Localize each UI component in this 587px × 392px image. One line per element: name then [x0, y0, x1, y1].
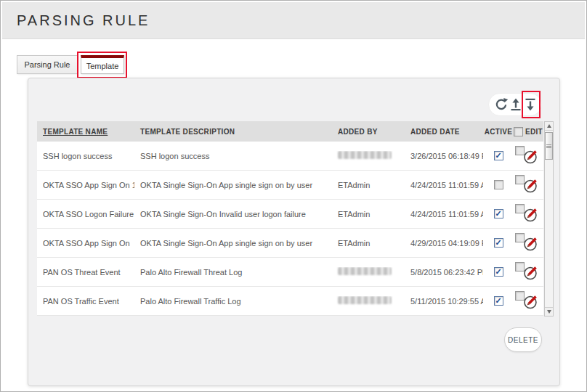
- page-header: PARSING RULE: [2, 2, 585, 39]
- tab-template-label: Template: [86, 62, 119, 70]
- active-cell: [483, 267, 514, 277]
- template-description-cell: OKTA Single Sign-On App single sign on b…: [134, 181, 332, 189]
- tab-template[interactable]: Template: [81, 55, 124, 74]
- template-description-cell: SSH logon success: [134, 152, 332, 160]
- column-header-template-description[interactable]: TEMPLATE DESCRIPTION: [134, 128, 332, 136]
- column-header-added-by[interactable]: ADDED BY: [332, 128, 405, 136]
- edit-cell: [514, 200, 543, 228]
- added-by-cell: ETAdmin: [332, 239, 405, 248]
- added-by-redacted-blur: [338, 151, 392, 159]
- active-checkbox[interactable]: [494, 238, 503, 248]
- added-by-cell: ETAdmin: [332, 181, 405, 189]
- template-name-cell: SSH logon success: [37, 152, 134, 160]
- edit-pencil-icon[interactable]: [523, 207, 538, 222]
- table-row: PAN OS Traffic Event Palo Alto Firewall …: [37, 287, 543, 316]
- scroll-up-arrow-icon[interactable]: [545, 122, 553, 131]
- added-by-value: ETAdmin: [338, 210, 370, 219]
- edit-pencil-icon[interactable]: [523, 149, 538, 164]
- active-checkbox[interactable]: [494, 296, 503, 306]
- table-row: OKTA SSO App Sign On 1 OKTA Single Sign-…: [37, 171, 543, 200]
- column-header-edit: EDIT: [514, 127, 543, 136]
- table-row: OKTA SSO App Sign On OKTA Single Sign-On…: [37, 229, 543, 258]
- added-by-redacted-blur: [338, 296, 392, 304]
- active-checkbox[interactable]: [494, 151, 503, 160]
- active-cell: [483, 296, 514, 306]
- upload-icon[interactable]: [509, 97, 523, 112]
- column-header-template-name[interactable]: TEMPLATE NAME: [37, 128, 134, 136]
- edit-pencil-icon[interactable]: [523, 236, 538, 251]
- added-date-cell: 5/8/2015 06:23:42 PM: [405, 268, 483, 277]
- active-checkbox[interactable]: [494, 267, 503, 277]
- template-panel: TEMPLATE NAME TEMPLATE DESCRIPTION ADDED…: [28, 78, 560, 386]
- template-name-cell: OKTA SSO App Sign On: [37, 239, 134, 248]
- refresh-icon[interactable]: [494, 97, 509, 112]
- added-date-cell: 4/29/2015 04:19:09 PM: [405, 239, 483, 248]
- edit-cell: [514, 287, 543, 315]
- active-cell: [483, 238, 514, 248]
- scrollbar-thumb[interactable]: [545, 132, 553, 160]
- active-cell: [483, 209, 514, 219]
- column-header-added-date[interactable]: ADDED DATE: [405, 128, 483, 136]
- template-description-cell: OKTA Single Sign-On App single sign on b…: [134, 239, 332, 248]
- edit-cell: [514, 171, 543, 199]
- added-by-value: ETAdmin: [338, 239, 370, 248]
- template-name-cell: PAN OS Threat Event: [37, 268, 134, 277]
- table-scrollbar[interactable]: [544, 121, 554, 317]
- table-row: OKTA SSO Logon Failure OKTA Single Sign-…: [37, 200, 543, 229]
- added-date-cell: 3/26/2015 06:18:49 PM: [405, 152, 483, 160]
- added-by-redacted-blur: [338, 267, 392, 275]
- table-row: PAN OS Threat Event Palo Alto Firewall T…: [37, 258, 543, 287]
- edit-pencil-icon[interactable]: [523, 178, 538, 193]
- edit-pencil-icon[interactable]: [523, 265, 538, 280]
- edit-pencil-icon[interactable]: [523, 294, 538, 309]
- added-date-cell: 4/24/2015 11:01:59 AM: [405, 210, 483, 219]
- active-cell: [483, 180, 514, 189]
- download-icon[interactable]: [523, 97, 538, 112]
- template-name-cell: PAN OS Traffic Event: [37, 297, 134, 306]
- scroll-down-arrow-icon[interactable]: [545, 307, 553, 316]
- added-date-cell: 5/11/2015 10:29:55 AM: [405, 297, 483, 306]
- tab-bar: Parsing Rule Template: [17, 55, 124, 74]
- tab-parsing-rule-label: Parsing Rule: [25, 60, 70, 69]
- active-checkbox[interactable]: [494, 209, 503, 219]
- page-title: PARSING RULE: [17, 12, 150, 29]
- column-header-edit-label[interactable]: EDIT: [525, 128, 543, 136]
- template-description-cell: Palo Alto Firewall Threat Log: [134, 268, 332, 277]
- added-by-cell: [332, 296, 405, 306]
- table-row: SSH logon success SSH logon success 3/26…: [37, 142, 543, 171]
- table-toolbar: [488, 93, 542, 116]
- edit-cell: [514, 229, 543, 257]
- template-description-cell: OKTA Single Sign-On Invalid user logon f…: [134, 210, 332, 219]
- added-date-cell: 4/24/2015 11:01:59 AM: [405, 181, 483, 189]
- added-by-cell: [332, 151, 405, 160]
- template-name-cell: OKTA SSO Logon Failure: [37, 210, 134, 219]
- edit-select-all-checkbox[interactable]: [514, 127, 523, 136]
- template-name-cell: OKTA SSO App Sign On 1: [37, 181, 134, 189]
- table-header-row: TEMPLATE NAME TEMPLATE DESCRIPTION ADDED…: [37, 121, 543, 142]
- edit-cell: [514, 258, 543, 286]
- delete-button[interactable]: DELETE: [504, 327, 542, 352]
- active-checkbox[interactable]: [494, 180, 503, 189]
- active-cell: [483, 151, 514, 160]
- app-window: PARSING RULE Parsing Rule Template: [0, 0, 587, 392]
- added-by-cell: [332, 267, 405, 277]
- added-by-cell: ETAdmin: [332, 210, 405, 219]
- column-header-active[interactable]: ACTIVE: [483, 128, 514, 136]
- table-body: SSH logon success SSH logon success 3/26…: [37, 142, 543, 316]
- template-description-cell: Palo Alto Firewall Traffic Log: [134, 297, 332, 306]
- edit-cell: [514, 142, 543, 170]
- added-by-value: ETAdmin: [338, 181, 370, 189]
- tab-parsing-rule[interactable]: Parsing Rule: [17, 55, 78, 74]
- templates-table: TEMPLATE NAME TEMPLATE DESCRIPTION ADDED…: [37, 121, 543, 316]
